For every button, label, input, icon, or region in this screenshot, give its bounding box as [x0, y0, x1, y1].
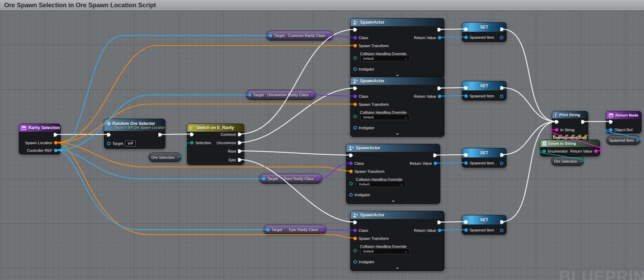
- uncommon-rarity-class-getter[interactable]: Target Uncommon Rarity Class: [246, 90, 316, 100]
- set-output-pin[interactable]: [500, 162, 503, 165]
- spawnactor-node-3[interactable]: SpawnActor Class Return Value Spawn Tran…: [346, 144, 440, 204]
- expand-chevron-icon[interactable]: ⌄: [346, 199, 440, 203]
- set-spawned-item-node-1[interactable]: SET Spawned Item: [462, 22, 507, 42]
- set-spawned-item-node-3[interactable]: SET Spawned Item: [462, 148, 507, 168]
- set-spawned-item-node-4[interactable]: SET Spawned Item: [462, 215, 507, 235]
- instigator-pin[interactable]: [353, 260, 357, 264]
- selection-pin-row[interactable]: Selection: [190, 141, 211, 145]
- exec-out-pin[interactable]: [437, 28, 441, 32]
- exec-out-pin[interactable]: [54, 133, 58, 137]
- target-pin[interactable]: [107, 142, 111, 145]
- spawned-item-row[interactable]: Spawned Item: [464, 228, 494, 232]
- case-epic-row[interactable]: Epic: [229, 158, 242, 162]
- return-node[interactable]: Return Node Object Ref: [606, 111, 642, 133]
- exec-out-pin[interactable]: [238, 158, 242, 162]
- spawned-item-row[interactable]: Spawned Item: [464, 161, 494, 165]
- exec-in-pin[interactable]: [555, 120, 559, 124]
- rarity-selection-node[interactable]: Rarity Selection Spawn Location Controll…: [19, 124, 61, 154]
- spawned-item-row[interactable]: Spawned Item: [464, 35, 494, 39]
- class-pin[interactable]: [349, 162, 353, 165]
- ore-selection-out-pin[interactable]: [581, 160, 581, 163]
- case-rare-row[interactable]: Rare: [228, 149, 242, 153]
- return-value-pin[interactable]: [434, 162, 437, 165]
- spawn-transform-row[interactable]: Spawn Transform: [353, 44, 389, 48]
- class-pin-row[interactable]: Class: [353, 36, 368, 40]
- instigator-pin[interactable]: [349, 193, 353, 197]
- spawned-item-pin[interactable]: [464, 94, 468, 98]
- object-ref-row[interactable]: Object Ref: [609, 128, 632, 132]
- target-pin[interactable]: [262, 177, 265, 180]
- print-string-node[interactable]: ƒ Print String In String Development Onl…: [552, 111, 588, 141]
- class-out-pin[interactable]: [310, 93, 313, 97]
- class-pin[interactable]: [353, 229, 357, 232]
- collision-dropdown[interactable]: Default⌄: [360, 248, 410, 254]
- class-pin-row[interactable]: Class: [353, 228, 368, 233]
- spawned-item-getter[interactable]: Spawned Item: [606, 135, 641, 145]
- class-pin-row[interactable]: Class: [353, 94, 368, 98]
- spawned-item-row[interactable]: Spawned Item: [464, 94, 494, 98]
- case-common-row[interactable]: Common: [220, 132, 242, 137]
- class-pin[interactable]: [353, 95, 357, 98]
- instigator-row[interactable]: Instigator: [349, 193, 370, 197]
- ore-selection-getter[interactable]: Ore Selection: [149, 153, 181, 162]
- instigator-row[interactable]: Instigator: [353, 126, 374, 130]
- set-output-pin[interactable]: [500, 229, 503, 232]
- in-string-row[interactable]: In String: [555, 128, 575, 132]
- collision-pin[interactable]: [353, 249, 357, 252]
- spawn-transform-pin[interactable]: [349, 170, 353, 173]
- ore-selection-getter-2[interactable]: Ore Selection: [551, 156, 584, 166]
- class-out-pin[interactable]: [320, 228, 323, 231]
- class-pin[interactable]: [353, 36, 357, 39]
- instigator-pin[interactable]: [353, 67, 357, 71]
- ore-selection-out-pin[interactable]: [178, 156, 179, 159]
- exec-in-pin[interactable]: [107, 133, 111, 137]
- class-out-pin[interactable]: [316, 177, 319, 180]
- exec-out-pin[interactable]: [437, 86, 441, 90]
- spawned-item-pin[interactable]: [464, 161, 468, 165]
- exec-in-pin[interactable]: [190, 132, 194, 137]
- spawn-transform-row[interactable]: Spawn Transform: [353, 236, 389, 241]
- blueprint-graph[interactable]: BLUEPRINT Rarity Selection Spawn Locatio…: [0, 0, 644, 280]
- exec-in-pin[interactable]: [609, 120, 613, 124]
- object-ref-pin[interactable]: [609, 128, 613, 132]
- enumerator-pin[interactable]: [542, 149, 546, 153]
- exec-in-pin[interactable]: [353, 28, 357, 32]
- collision-pin[interactable]: [353, 115, 357, 118]
- target-pin-row[interactable]: Target self: [107, 141, 136, 146]
- exec-out-pin[interactable]: [433, 153, 437, 157]
- in-string-pin[interactable]: [555, 128, 559, 132]
- return-value-pin[interactable]: [438, 229, 441, 232]
- spawn-transform-row[interactable]: Spawn Transform: [349, 169, 384, 174]
- return-value-pin[interactable]: [594, 149, 598, 153]
- return-value-row[interactable]: Return Value: [414, 228, 441, 233]
- collision-dropdown[interactable]: Default⌄: [356, 181, 406, 187]
- random-ore-selector-node[interactable]: Random Ore Selector Target is BP Ore Spa…: [104, 119, 165, 149]
- spawn-location-pin-row[interactable]: Spawn Location: [25, 141, 58, 145]
- set-output-pin[interactable]: [500, 95, 503, 98]
- collision-dropdown[interactable]: Default⌄: [360, 56, 410, 61]
- set-output-pin[interactable]: [500, 36, 503, 39]
- spawn-transform-pin[interactable]: [353, 103, 357, 106]
- collision-dropdown[interactable]: Default⌄: [360, 114, 410, 120]
- exec-out-pin[interactable]: [238, 149, 242, 153]
- spawned-item-pin[interactable]: [464, 228, 468, 232]
- target-pin[interactable]: [269, 34, 272, 37]
- spawnactor-node-2[interactable]: SpawnActor Class Return Value Spawn Tran…: [350, 77, 444, 137]
- exec-out-pin[interactable]: [238, 132, 242, 137]
- exec-in-pin[interactable]: [353, 86, 357, 90]
- spawned-item-out-pin[interactable]: [637, 139, 638, 142]
- comment-title-bar[interactable]: Ore Spawn Selection in Ore Spawn Locatio…: [0, 0, 644, 11]
- return-value-pin[interactable]: [438, 95, 441, 98]
- spawnactor-node-4[interactable]: SpawnActor Class Return Value Spawn Tran…: [350, 211, 444, 271]
- return-value-row[interactable]: Return Value: [570, 149, 598, 153]
- instigator-row[interactable]: Instigator: [353, 260, 374, 264]
- spawn-transform-pin[interactable]: [353, 44, 357, 47]
- selection-pin[interactable]: [190, 141, 194, 145]
- target-pin[interactable]: [249, 93, 251, 97]
- return-value-row[interactable]: Return Value: [414, 36, 441, 40]
- spawnactor-node-1[interactable]: SpawnActor Class Return Value Spawn Tran…: [350, 18, 444, 78]
- exec-out-pin[interactable]: [437, 220, 441, 224]
- class-pin-row[interactable]: Class: [349, 161, 364, 165]
- common-rarity-class-getter[interactable]: Target Common Rarity Class: [266, 31, 333, 40]
- exec-out-pin[interactable]: [238, 141, 242, 145]
